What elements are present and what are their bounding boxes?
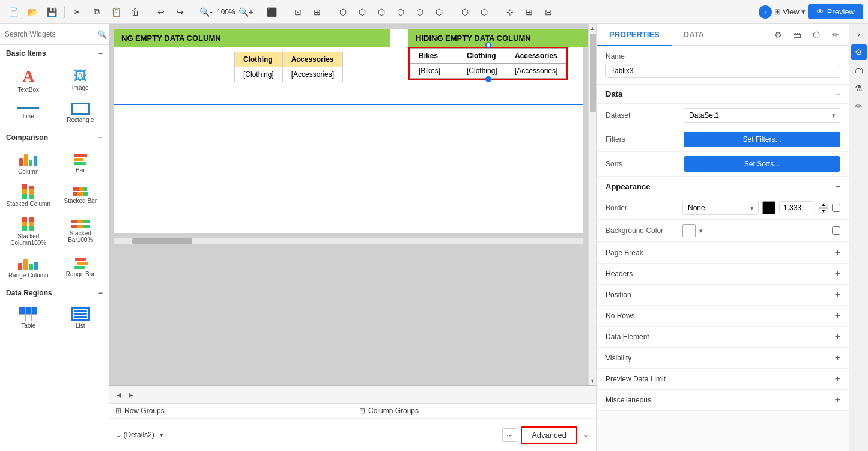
align-middle-btn[interactable]: ⬡ [411,4,428,20]
search-icon[interactable]: 🔍 [97,30,107,39]
view-btn[interactable]: ⊞ View ▾ [774,7,806,16]
position-row[interactable]: Position + [597,285,849,306]
canvas-scroll[interactable]: NG EMPTY DATA COLUMN HIDING EMPTY DATA C… [109,24,588,385]
widget-stacked-col100[interactable]: Stacked Column100% [4,213,53,250]
edit-icon-btn[interactable]: ✏ [827,26,844,43]
zoom-in-btn[interactable]: 🔍+ [238,4,255,20]
widget-range-bar[interactable]: Range Bar [56,252,106,282]
align-left-btn[interactable]: ⬡ [335,4,351,20]
paste-btn[interactable]: 📋 [108,4,124,20]
selection-handle-top[interactable] [485,42,491,48]
bottom-nav-right[interactable]: ▶ [125,389,137,401]
align-right-btn[interactable]: ⬡ [373,4,390,20]
gridlines-btn[interactable]: ⊟ [540,4,557,20]
details2-dropdown[interactable]: ▾ [160,431,163,439]
open-btn[interactable]: 📂 [24,4,41,20]
selection-handle-bottom[interactable] [485,76,491,82]
no-rows-row[interactable]: No Rows + [597,306,849,327]
fill-btn[interactable]: ⬛ [264,4,281,20]
align-center-btn[interactable]: ⬡ [354,4,371,20]
filter-far-btn[interactable]: ⚗ [851,80,867,96]
scroll-up-btn[interactable]: ▲ [589,24,597,32]
widget-range-column[interactable]: Range Column [4,252,53,282]
section-basic-items[interactable]: Basic Items − [0,45,109,62]
settings-far-btn[interactable]: ⚙ [851,44,867,60]
database-icon-btn[interactable]: 🗃 [789,26,806,43]
section-comparison[interactable]: Comparison − [0,129,109,146]
widget-stacked-bar[interactable]: Stacked Bar [56,181,106,211]
appearance-section-header[interactable]: Appearance − [597,177,849,196]
snap-btn[interactable]: ⊹ [502,4,518,20]
headers-row[interactable]: Headers + [597,264,849,285]
align-top-btn[interactable]: ⬡ [392,4,409,20]
h-scrollbar-thumb[interactable] [132,238,192,244]
widget-image[interactable]: 🖼 Image [56,64,106,97]
widget-list[interactable]: List [56,304,106,333]
section-data-regions[interactable]: Data Regions − [0,285,109,301]
right-table-selected[interactable]: Bikes Clothing Accessories [Bikes] [Clot… [408,47,568,80]
set-filters-btn[interactable]: Set Filters... [684,132,840,147]
visibility-row[interactable]: Visibility + [597,348,849,369]
undo-btn[interactable]: ↩ [153,4,169,20]
database-far-btn[interactable]: 🗃 [851,62,867,78]
search-input[interactable] [5,30,95,38]
scroll-thumb[interactable] [590,34,596,112]
new-file-btn[interactable]: 📄 [5,4,22,20]
textbox-icon: A [22,68,34,85]
filter-icon-btn[interactable]: ⬡ [808,26,825,43]
more-options-btn[interactable]: ··· [502,428,517,442]
delete-btn[interactable]: 🗑 [127,4,144,20]
border-color-swatch[interactable] [762,201,775,214]
dataset-select[interactable]: DataSet1 [684,108,840,123]
border-checkbox[interactable] [832,204,840,212]
v-scrollbar[interactable]: ▲ ▼ [588,24,596,385]
widget-stacked-bar100[interactable]: Stacked Bar100% [56,213,106,250]
widget-textbox[interactable]: A TextBox [4,64,53,97]
settings-icon-btn[interactable]: ⚙ [769,26,786,43]
border-size-input[interactable] [779,201,815,214]
bottom-nav-left[interactable]: ◀ [113,389,125,401]
tab-data[interactable]: DATA [672,24,716,46]
widget-column[interactable]: Column [4,148,53,178]
chevron-toggle-btn[interactable]: ⌄ [581,428,592,441]
tab-properties[interactable]: PROPERTIES [597,24,672,46]
border-size-down[interactable]: ▼ [819,208,828,214]
data-section-header[interactable]: Data − [597,85,849,104]
advanced-btn[interactable]: Advanced [521,426,577,444]
expand-right-btn[interactable]: › [851,26,867,42]
data-element-row[interactable]: Data Element + [597,327,849,348]
grid-btn[interactable]: ⊞ [521,4,538,20]
fit-width-btn[interactable]: ⊞ [309,4,326,20]
fit-page-btn[interactable]: ⊡ [290,4,306,20]
widget-line[interactable]: Line [4,99,53,127]
scroll-down-btn[interactable]: ▼ [589,377,597,385]
bgcolor-dropdown-btn[interactable]: ▾ [699,227,703,235]
save-btn[interactable]: 💾 [43,4,60,20]
range-bar-icon [73,258,88,269]
edit-far-btn[interactable]: ✏ [851,98,867,114]
border-size-up[interactable]: ▲ [819,202,828,208]
info-icon[interactable]: i [759,5,772,19]
name-input[interactable] [605,64,840,78]
page-break-row[interactable]: Page Break + [597,243,849,264]
bgcolor-swatch[interactable] [682,224,696,237]
preview-btn[interactable]: 👁 Preview [808,4,863,19]
border-type-select[interactable]: None [682,201,759,215]
bgcolor-checkbox[interactable] [832,226,840,235]
redo-btn[interactable]: ↪ [172,4,189,20]
copy-btn[interactable]: ⧉ [88,4,105,20]
cut-btn[interactable]: ✂ [69,4,86,20]
set-sorts-btn[interactable]: Set Sorts... [684,156,840,172]
miscellaneous-row[interactable]: Miscellaneous + [597,390,849,411]
align-bottom-btn[interactable]: ⬡ [431,4,448,20]
equal-height-btn[interactable]: ⬡ [476,4,493,20]
widget-table[interactable]: Table [4,304,53,333]
preview-data-limit-label: Preview Data Limit [605,375,666,383]
widget-stacked-column[interactable]: Stacked Column [4,181,53,211]
h-scrollbar[interactable] [114,238,583,244]
preview-data-limit-row[interactable]: Preview Data Limit + [597,369,849,390]
widget-rectangle[interactable]: Rectangle [56,99,106,127]
zoom-out-btn[interactable]: 🔍- [198,4,214,20]
equal-width-btn[interactable]: ⬡ [457,4,473,20]
widget-bar[interactable]: Bar [56,148,106,178]
